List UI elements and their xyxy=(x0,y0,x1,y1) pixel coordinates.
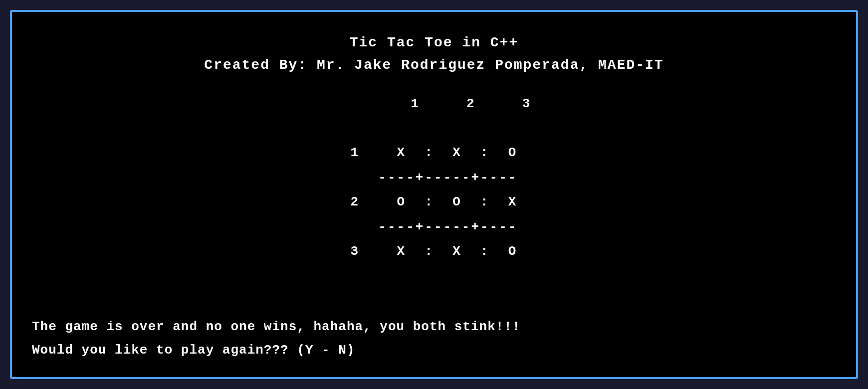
bottom-section: The game is over and no one wins, hahaha… xyxy=(32,305,836,362)
game-board: 1 2 3 1 X : X : O ----+-----+---- 2 O : … xyxy=(337,92,532,264)
header-section: Tic Tac Toe in C++ Created By: Mr. Jake … xyxy=(32,32,836,77)
app-subtitle: Created By: Mr. Jake Rodriguez Pomperada… xyxy=(32,54,836,77)
board-section: 1 2 3 1 X : X : O ----+-----+---- 2 O : … xyxy=(32,92,836,264)
play-again-prompt[interactable]: Would you like to play again??? (Y - N) xyxy=(32,339,836,362)
game-over-message: The game is over and no one wins, hahaha… xyxy=(32,315,836,339)
app-title: Tic Tac Toe in C++ xyxy=(32,32,836,54)
terminal-window: Tic Tac Toe in C++ Created By: Mr. Jake … xyxy=(10,10,858,379)
